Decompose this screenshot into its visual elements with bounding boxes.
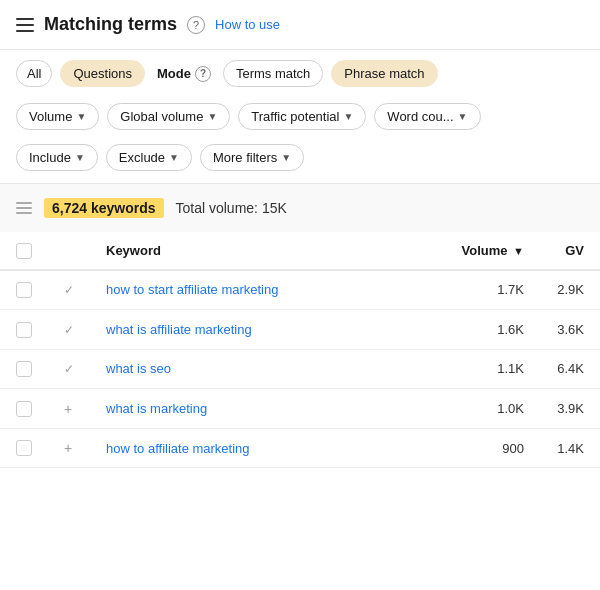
keyword-count-badge: 6,724 keywords	[44, 198, 164, 218]
keyword-link[interactable]: what is affiliate marketing	[106, 322, 252, 337]
gv-cell: 3.6K	[540, 310, 600, 350]
terms-match-button[interactable]: Terms match	[223, 60, 323, 87]
volume-column-header[interactable]: Volume ▼	[445, 232, 540, 270]
word-count-chevron-icon: ▼	[458, 111, 468, 122]
row-checkbox[interactable]	[16, 282, 32, 298]
global-volume-chevron-icon: ▼	[207, 111, 217, 122]
keyword-cell: what is marketing	[90, 389, 445, 429]
keyword-link[interactable]: how to affiliate marketing	[106, 441, 250, 456]
gv-cell: 1.4K	[540, 428, 600, 468]
filter-bar-2: Volume ▼ Global volume ▼ Traffic potenti…	[0, 97, 600, 140]
table-row: ✓ what is affiliate marketing 1.6K 3.6K	[0, 310, 600, 350]
volume-cell: 1.0K	[445, 389, 540, 429]
keyword-column-header: Keyword	[90, 232, 445, 270]
row-checkbox[interactable]	[16, 440, 32, 456]
gv-column-header: GV	[540, 232, 600, 270]
total-volume-text: Total volume: 15K	[176, 200, 287, 216]
all-filter-button[interactable]: All	[16, 60, 52, 87]
check-icon: ✓	[64, 323, 74, 337]
keyword-cell: what is seo	[90, 349, 445, 389]
row-checkbox-cell	[0, 349, 48, 389]
traffic-potential-chevron-icon: ▼	[343, 111, 353, 122]
check-icon: ✓	[64, 362, 74, 376]
row-checkbox[interactable]	[16, 322, 32, 338]
more-filters-chevron-icon: ▼	[281, 152, 291, 163]
row-checkbox-cell	[0, 389, 48, 429]
global-volume-filter-button[interactable]: Global volume ▼	[107, 103, 230, 130]
table-row: + what is marketing 1.0K 3.9K	[0, 389, 600, 429]
row-action-cell: ✓	[48, 349, 90, 389]
volume-cell: 1.7K	[445, 270, 540, 310]
more-filters-button[interactable]: More filters ▼	[200, 144, 304, 171]
gv-cell: 2.9K	[540, 270, 600, 310]
keyword-link[interactable]: what is marketing	[106, 401, 207, 416]
phrase-match-button[interactable]: Phrase match	[331, 60, 437, 87]
filter-bar-3: Include ▼ Exclude ▼ More filters ▼	[0, 140, 600, 183]
filter-bar-1: All Questions Mode ? Terms match Phrase …	[0, 50, 600, 97]
mode-help-icon[interactable]: ?	[195, 66, 211, 82]
row-action-cell: ✓	[48, 310, 90, 350]
keyword-link[interactable]: how to start affiliate marketing	[106, 282, 278, 297]
how-to-use-link[interactable]: How to use	[215, 17, 280, 32]
menu-icon[interactable]	[16, 18, 34, 32]
gv-cell: 3.9K	[540, 389, 600, 429]
word-count-filter-button[interactable]: Word cou... ▼	[374, 103, 480, 130]
table-row: + how to affiliate marketing 900 1.4K	[0, 428, 600, 468]
plus-icon: +	[64, 440, 72, 456]
gv-cell: 6.4K	[540, 349, 600, 389]
mode-label: Mode ?	[153, 61, 215, 87]
row-checkbox[interactable]	[16, 361, 32, 377]
row-checkbox-cell	[0, 270, 48, 310]
plus-icon: +	[64, 401, 72, 417]
row-checkbox[interactable]	[16, 401, 32, 417]
traffic-potential-filter-button[interactable]: Traffic potential ▼	[238, 103, 366, 130]
table-row: ✓ how to start affiliate marketing 1.7K …	[0, 270, 600, 310]
table-header-row: Keyword Volume ▼ GV	[0, 232, 600, 270]
summary-bar: 6,724 keywords Total volume: 15K	[0, 184, 600, 232]
drag-icon[interactable]	[16, 202, 32, 214]
volume-chevron-icon: ▼	[76, 111, 86, 122]
header-action-cell	[48, 232, 90, 270]
keyword-cell: what is affiliate marketing	[90, 310, 445, 350]
volume-cell: 900	[445, 428, 540, 468]
header: Matching terms ? How to use	[0, 0, 600, 50]
keywords-table: Keyword Volume ▼ GV ✓ how to start affil…	[0, 232, 600, 468]
keyword-cell: how to affiliate marketing	[90, 428, 445, 468]
volume-sort-icon: ▼	[513, 245, 524, 257]
include-filter-button[interactable]: Include ▼	[16, 144, 98, 171]
row-action-cell: +	[48, 428, 90, 468]
select-all-checkbox[interactable]	[16, 243, 32, 259]
volume-cell: 1.1K	[445, 349, 540, 389]
header-checkbox-cell	[0, 232, 48, 270]
page-title: Matching terms	[44, 14, 177, 35]
table-row: ✓ what is seo 1.1K 6.4K	[0, 349, 600, 389]
row-action-cell: ✓	[48, 270, 90, 310]
exclude-filter-button[interactable]: Exclude ▼	[106, 144, 192, 171]
keyword-link[interactable]: what is seo	[106, 361, 171, 376]
row-action-cell: +	[48, 389, 90, 429]
volume-filter-button[interactable]: Volume ▼	[16, 103, 99, 130]
check-icon: ✓	[64, 283, 74, 297]
questions-filter-button[interactable]: Questions	[60, 60, 145, 87]
row-checkbox-cell	[0, 428, 48, 468]
exclude-chevron-icon: ▼	[169, 152, 179, 163]
volume-cell: 1.6K	[445, 310, 540, 350]
help-icon[interactable]: ?	[187, 16, 205, 34]
include-chevron-icon: ▼	[75, 152, 85, 163]
row-checkbox-cell	[0, 310, 48, 350]
keyword-cell: how to start affiliate marketing	[90, 270, 445, 310]
